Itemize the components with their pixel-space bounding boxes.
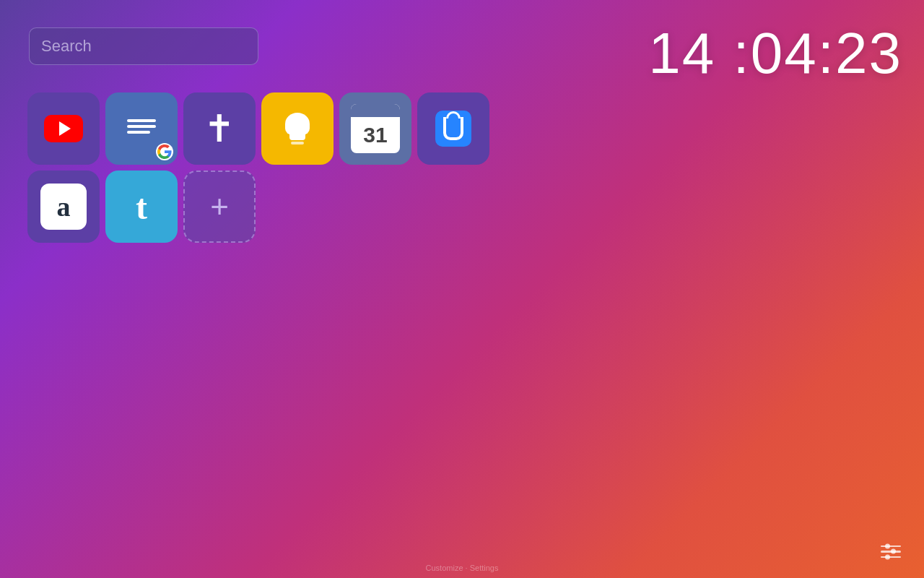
app-keep[interactable] [261,92,334,165]
amazon-inner: a [40,184,87,230]
app-add[interactable]: + [183,171,256,243]
gdocs-line-2 [127,125,156,128]
gdocs-inner [127,119,156,138]
settings-line-1 [881,545,901,548]
app-tumblr[interactable]: t [105,171,178,243]
settings-line-3 [881,556,901,558]
app-calendar[interactable]: 31 [339,92,411,165]
calendar-header [351,104,400,117]
bucket-shape [443,117,463,140]
gdocs-line-1 [127,119,156,122]
cross-icon: ✝ [204,110,235,147]
add-icon: + [210,191,229,223]
google-g-icon [156,143,173,160]
keep-bulb-icon [282,113,313,144]
bucket-handle [446,111,461,118]
settings-button[interactable] [875,540,907,564]
app-gdocs[interactable] [105,92,178,165]
app-grid: ✝ 31 a t + [27,92,489,243]
calendar-inner: 31 [351,104,400,153]
amazon-logo: a [57,193,71,220]
clock: 14 :04:23 [648,20,902,87]
app-amazon[interactable]: a [27,171,100,243]
bitbucket-icon [435,111,471,147]
calendar-date: 31 [351,117,400,153]
settings-line-2 [881,551,901,553]
keep-bulb-base [291,142,304,144]
keep-bulb-top [285,113,310,135]
app-youtube[interactable] [27,92,100,165]
gdocs-line-3 [127,131,150,134]
youtube-icon [44,115,83,142]
tumblr-logo: t [136,187,147,227]
app-cross[interactable]: ✝ [183,92,256,165]
search-input[interactable] [41,37,246,56]
app-bitbucket[interactable] [417,92,489,165]
gdocs-lines [127,119,156,134]
footer-text: Customize · Settings [426,564,499,572]
search-bar[interactable] [29,27,258,65]
